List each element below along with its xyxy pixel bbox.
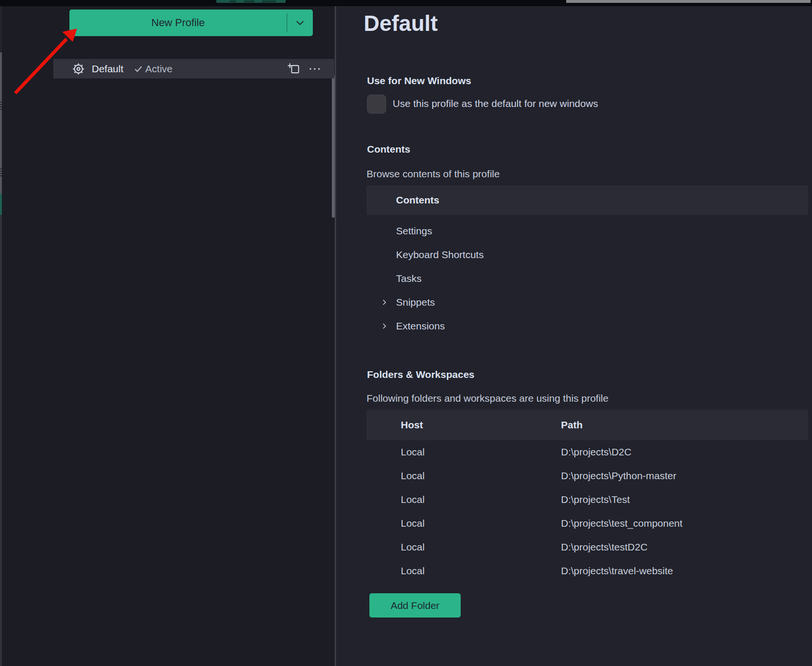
folders-table: Host Path Local D:\projects\D2C Local D:… [367,410,808,583]
chevron-right-icon[interactable] [381,299,388,306]
cell-host: Local [401,494,561,505]
new-profile-button[interactable]: New Profile [69,10,313,36]
table-row: Local D:\projects\Test [367,488,808,512]
folders-workspaces-heading: Folders & Workspaces [367,369,474,380]
page-title: Default [364,10,438,36]
cell-path: D:\projects\Test [561,494,808,505]
cell-path: D:\projects\travel-website [561,565,808,577]
cell-path: D:\projects\testD2C [561,541,808,553]
remnant-glyph [230,0,236,2]
table-row: Local D:\projects\Python-master [367,464,808,488]
tree-item-tasks[interactable]: Tasks [367,267,808,290]
new-profile-button-label[interactable]: New Profile [69,10,287,36]
table-row: Local D:\projects\test_component [367,512,808,535]
table-row: Local D:\projects\D2C [367,440,808,464]
profile-details-panel: Default Use for New Windows Use this pro… [336,6,812,666]
window-top-bar [0,0,812,6]
contents-description: Browse contents of this profile [367,168,500,180]
folders-table-header: Host Path [367,410,808,440]
profile-contents-tree: Contents Settings Keyboard Shortcuts Tas… [367,185,808,338]
remnant-glyph [244,0,254,2]
cell-path: D:\projects\test_component [561,518,808,529]
new-profile-dropdown-button[interactable] [287,10,313,36]
more-actions-button[interactable] [308,62,322,76]
profile-list-item-default[interactable]: Default Active [53,59,334,78]
cell-host: Local [401,541,561,553]
add-folder-button[interactable]: Add Folder [369,593,461,618]
default-for-new-windows-label: Use this profile as the default for new … [393,98,598,109]
new-windows-heading: Use for New Windows [367,75,471,87]
default-for-new-windows-checkbox[interactable] [367,95,386,114]
contents-heading: Contents [367,144,410,155]
cutoff-green-button-remnant [216,0,286,3]
tree-item-label: Extensions [396,320,445,331]
tree-item-contents[interactable]: Contents [367,185,808,215]
folders-workspaces-description: Following folders and workspaces are usi… [367,393,609,404]
cell-host: Local [401,446,561,458]
profile-name: Default [92,63,124,75]
remnant-glyph [262,0,276,2]
column-header-host: Host [401,419,561,431]
profiles-sidebar [2,6,335,666]
table-row: Local D:\projects\travel-website [367,559,808,583]
cell-host: Local [401,518,561,529]
chevron-down-icon [295,19,305,26]
tree-item-snippets[interactable]: Snippets [367,290,808,314]
cell-path: D:\projects\D2C [561,446,808,458]
tree-item-keyboard-shortcuts[interactable]: Keyboard Shortcuts [367,243,808,267]
cutoff-gray-bar-remnant [566,0,811,3]
gear-icon [71,62,86,76]
open-new-window-with-profile-button[interactable] [287,62,301,76]
table-row: Local D:\projects\testD2C [367,535,808,559]
cell-host: Local [401,470,561,482]
tree-item-label: Snippets [396,297,435,308]
check-icon [134,65,143,73]
column-header-path: Path [561,419,808,431]
tree-item-extensions[interactable]: Extensions [367,314,808,338]
tree-gap [367,215,808,219]
tree-item-settings[interactable]: Settings [367,219,808,243]
cell-host: Local [401,565,561,577]
profile-active-badge: Active [145,63,173,75]
cell-path: D:\projects\Python-master [561,470,808,482]
chevron-right-icon[interactable] [381,322,388,330]
